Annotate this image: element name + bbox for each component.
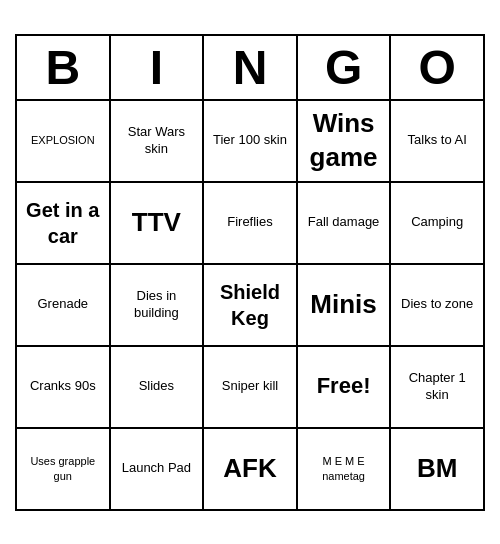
bingo-cell-3-4: Chapter 1 skin: [391, 347, 483, 427]
bingo-card: BINGO EXPLOSIONStar Wars skinTier 100 sk…: [15, 34, 485, 511]
bingo-cell-3-0: Cranks 90s: [17, 347, 111, 427]
bingo-cell-0-1: Star Wars skin: [111, 101, 205, 181]
bingo-cell-2-2: Shield Keg: [204, 265, 298, 345]
bingo-cell-4-4: BM: [391, 429, 483, 509]
bingo-cell-4-3: M E M E nametag: [298, 429, 392, 509]
bingo-cell-4-0: Uses grapple gun: [17, 429, 111, 509]
bingo-cell-1-3: Fall damage: [298, 183, 392, 263]
bingo-cell-4-1: Launch Pad: [111, 429, 205, 509]
bingo-letter-n: N: [204, 36, 298, 99]
bingo-cell-1-1: TTV: [111, 183, 205, 263]
bingo-cell-3-1: Slides: [111, 347, 205, 427]
bingo-cell-0-2: Tier 100 skin: [204, 101, 298, 181]
bingo-cell-2-0: Grenade: [17, 265, 111, 345]
bingo-row-4: Uses grapple gunLaunch PadAFKM E M E nam…: [17, 429, 483, 509]
bingo-cell-2-3: Minis: [298, 265, 392, 345]
bingo-cell-0-4: Talks to AI: [391, 101, 483, 181]
bingo-cell-0-3: Wins game: [298, 101, 392, 181]
bingo-row-1: Get in a carTTVFirefliesFall damageCampi…: [17, 183, 483, 265]
bingo-cell-1-4: Camping: [391, 183, 483, 263]
bingo-row-0: EXPLOSIONStar Wars skinTier 100 skinWins…: [17, 101, 483, 183]
bingo-letter-o: O: [391, 36, 483, 99]
bingo-grid: EXPLOSIONStar Wars skinTier 100 skinWins…: [17, 101, 483, 509]
bingo-cell-2-1: Dies in building: [111, 265, 205, 345]
bingo-cell-4-2: AFK: [204, 429, 298, 509]
bingo-header: BINGO: [17, 36, 483, 101]
bingo-cell-2-4: Dies to zone: [391, 265, 483, 345]
bingo-cell-1-2: Fireflies: [204, 183, 298, 263]
bingo-letter-i: I: [111, 36, 205, 99]
bingo-row-2: GrenadeDies in buildingShield KegMinisDi…: [17, 265, 483, 347]
bingo-letter-b: B: [17, 36, 111, 99]
bingo-letter-g: G: [298, 36, 392, 99]
bingo-row-3: Cranks 90sSlidesSniper killFree!Chapter …: [17, 347, 483, 429]
bingo-cell-3-2: Sniper kill: [204, 347, 298, 427]
bingo-cell-3-3: Free!: [298, 347, 392, 427]
bingo-cell-0-0: EXPLOSION: [17, 101, 111, 181]
bingo-cell-1-0: Get in a car: [17, 183, 111, 263]
